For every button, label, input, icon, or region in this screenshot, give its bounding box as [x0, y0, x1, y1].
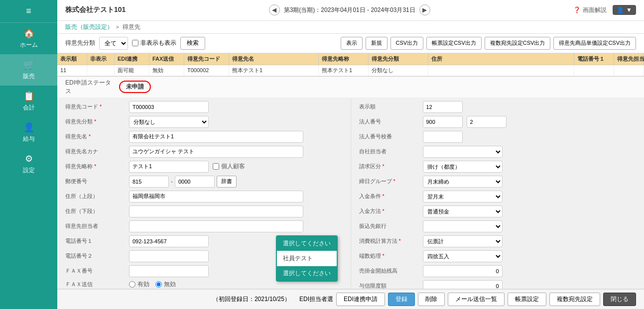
show-hidden-checkbox[interactable] [132, 40, 138, 46]
dropdown-item-staff[interactable]: 社員テスト [277, 251, 337, 266]
fax-radio-invalid[interactable] [155, 281, 162, 288]
new-button[interactable]: 新規 [366, 37, 387, 50]
td-category: 分類なし [369, 65, 428, 76]
select-closing-group[interactable]: 月末締め [423, 176, 503, 188]
select-billing-type[interactable]: 掛け（都度） [423, 161, 503, 173]
fax-radio-valid[interactable] [129, 281, 135, 288]
th-name: 得意先名 [229, 53, 319, 65]
th-person: 得意先担当者 [614, 53, 644, 65]
person-dropdown: 選択してください 社員テスト 選択してください [276, 235, 338, 282]
input-addr2[interactable] [129, 206, 303, 217]
close-button[interactable]: 閉じる [603, 293, 636, 306]
sidebar-item-sales[interactable]: 🛒 販売 [0, 54, 57, 86]
show-hidden-checkbox-label[interactable]: 非表示も表示 [132, 39, 176, 47]
multi-dest-csv-button[interactable]: 複数宛先設定CSV出力 [485, 37, 551, 50]
input-display-order[interactable] [423, 101, 463, 113]
form-row-receivable-balance: 売掛金開始残高 [359, 265, 637, 277]
input-fax-num[interactable] [129, 265, 209, 277]
edi-status-row: EDI申請ステータス 未申請 [57, 77, 644, 98]
sidebar-item-home-label: ホーム [20, 41, 38, 49]
input-receivable-balance[interactable] [423, 265, 503, 277]
display-button[interactable]: 表示 [341, 37, 363, 50]
input-kana[interactable] [129, 146, 303, 158]
label-phone2: 電話番号２ [65, 252, 125, 260]
breadcrumb-parent[interactable]: 販売（販売設定） [65, 23, 113, 30]
filter-select[interactable]: 全て [99, 37, 128, 50]
form-row-contact: 得意先担当者 [65, 220, 343, 232]
filter-bar: 得意先分類 全て 非表示も表示 検索 表示 新規 CSV出力 帳票設定CSV出力… [57, 34, 644, 53]
hamburger-menu[interactable]: ≡ [0, 0, 57, 23]
individual-customer-label[interactable]: 個人顧客 [213, 162, 245, 171]
sidebar-item-accounting[interactable]: 📋 会計 [0, 86, 57, 117]
label-own-staff: 自社担当者 [359, 148, 419, 155]
input-zip2[interactable] [175, 176, 215, 188]
select-own-staff[interactable] [423, 146, 503, 158]
label-closing-group: 締日グループ [359, 178, 419, 185]
select-payment-method[interactable]: 普通預金 [423, 206, 503, 217]
individual-customer-checkbox[interactable] [213, 163, 219, 170]
select-bank[interactable] [423, 220, 503, 232]
fax-radio-invalid-text: 無効 [164, 280, 176, 289]
input-hojin1[interactable] [423, 116, 463, 128]
hamburger-icon: ≡ [26, 6, 31, 16]
sidebar-item-settings[interactable]: ⚙ 設定 [0, 148, 57, 180]
zip-separator: - [171, 178, 173, 185]
multi-dest-button[interactable]: 複数宛先設定 [549, 293, 600, 306]
form-row-category: 得意先分類 分類なし [65, 116, 343, 128]
table-row[interactable]: 11 面可能 無効 T000002 熊本テスト1 熊本テスト1 分類なし [57, 65, 644, 76]
input-hojin-code[interactable] [423, 131, 463, 143]
main-content: 株式会社テスト101 ◀ 第3期(当期)：2023年04月01日 - 2024年… [57, 0, 644, 309]
mail-list-button[interactable]: メール送信一覧 [448, 293, 505, 306]
form-row-credit-limit: 与信限度額 [359, 280, 637, 289]
user-chevron: ▼ [626, 6, 632, 13]
label-billing-type: 請求区分 [359, 163, 419, 170]
input-hojin2[interactable] [467, 116, 507, 128]
dropdown-item-select1[interactable]: 選択してください [277, 236, 337, 251]
action-buttons: 表示 新規 CSV出力 帳票設定CSV出力 複数宛先設定CSV出力 得意先商品単… [341, 37, 637, 50]
input-phone2[interactable] [129, 250, 209, 262]
sidebar-item-home[interactable]: 🏠 ホーム [0, 23, 57, 54]
td-order: 11 [57, 65, 87, 76]
select-rounding[interactable]: 四捨五入 [423, 250, 503, 262]
fax-radio-valid-label[interactable]: 有効 [129, 280, 149, 289]
period-prev-button[interactable]: ◀ [269, 4, 280, 15]
select-tax-calc[interactable]: 伝票計 [423, 235, 503, 247]
price-csv-button[interactable]: 得意先商品単価設定CSV出力 [553, 37, 636, 50]
td-code: T000002 [184, 65, 229, 76]
select-payment-term[interactable]: 翌月末 [423, 191, 503, 203]
dropdown-item-select2[interactable]: 選択してください [277, 266, 337, 281]
input-code[interactable] [129, 101, 209, 113]
label-credit-limit: 与信限度額 [359, 282, 419, 289]
th-display-order: 表示順 [57, 53, 87, 65]
register-button[interactable]: 登録 [388, 293, 415, 306]
input-zip1[interactable] [129, 176, 169, 188]
input-phone1[interactable] [129, 235, 209, 247]
fax-radio-valid-text: 有効 [137, 280, 149, 289]
slip-settings-button[interactable]: 帳票設定 [508, 293, 546, 306]
input-contact[interactable] [129, 220, 303, 232]
td-abbr: 熊本テスト1 [319, 65, 369, 76]
form-row-hojin-code: 法人番号校番 [359, 131, 637, 143]
input-addr1[interactable] [129, 191, 303, 203]
sidebar-item-payroll[interactable]: 👤 給与 [0, 117, 57, 148]
slip-csv-button[interactable]: 帳票設定CSV出力 [426, 37, 482, 50]
edi-apply-button[interactable]: EDI連携申請 [336, 293, 385, 306]
user-button[interactable]: 👤 ▼ [613, 5, 636, 15]
help-button[interactable]: ❓ 画面解説 [573, 6, 607, 14]
search-button[interactable]: 検索 [180, 37, 205, 50]
delete-button[interactable]: 削除 [418, 293, 445, 306]
form-row-hojin: 法人番号 [359, 116, 637, 128]
zip-search-button[interactable]: 辞書 [217, 176, 237, 188]
input-name[interactable] [129, 131, 303, 143]
select-category[interactable]: 分類なし [129, 116, 209, 128]
th-hidden: 非表示 [87, 53, 115, 65]
input-credit-limit[interactable] [423, 280, 503, 289]
period-text: 第3期(当期)：2023年04月01日 - 2024年03月31日 [284, 6, 415, 14]
csv-output-button[interactable]: CSV出力 [390, 37, 424, 50]
help-label: 画面解説 [583, 6, 607, 14]
period-next-button[interactable]: ▶ [419, 4, 430, 15]
fax-radio-invalid-label[interactable]: 無効 [155, 280, 176, 289]
form-row-addr2: 住所（下段） [65, 206, 343, 217]
form-row-zip: 郵便番号 - 辞書 [65, 176, 343, 188]
input-abbr[interactable] [129, 161, 209, 173]
